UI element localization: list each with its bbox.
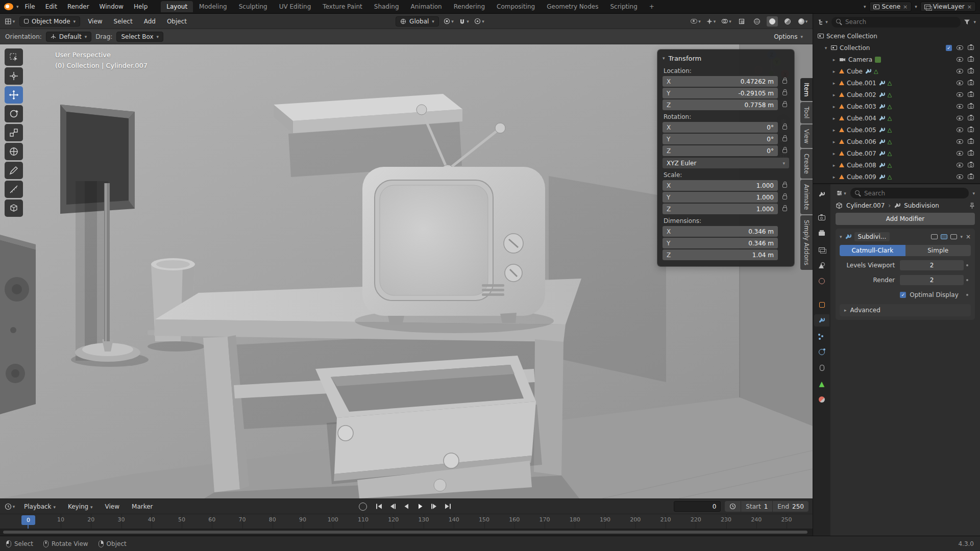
workspace-tab[interactable]: Scripting	[604, 1, 643, 12]
lock-icon[interactable]	[782, 126, 787, 130]
auto-keying-toggle[interactable]	[359, 503, 367, 511]
render-visibility-icon[interactable]	[968, 174, 974, 179]
render-visibility-icon[interactable]	[968, 151, 974, 156]
lock-icon[interactable]	[782, 207, 787, 211]
menu-object[interactable]: Object	[163, 16, 190, 27]
expand-icon[interactable]: ▸	[831, 151, 837, 156]
location-field[interactable]: Z0.7758 m	[663, 99, 778, 110]
drag-dropdown[interactable]: Select Box ▾	[116, 32, 163, 42]
render-visibility-icon[interactable]	[968, 104, 974, 109]
outliner-row-camera[interactable]: ▸ Camera	[815, 54, 978, 65]
menu-marker[interactable]: Marker	[128, 502, 156, 512]
mesh-data-icon[interactable]: △	[888, 174, 892, 180]
outliner-row-collection[interactable]: ▾ Collection	[815, 42, 978, 54]
tab-animate[interactable]: Animate	[800, 180, 813, 214]
tab-view[interactable]: View	[800, 124, 813, 148]
outliner-row-mesh[interactable]: ▸ Cube.004 △	[815, 112, 978, 124]
hide-eye-icon[interactable]	[957, 174, 963, 179]
hide-eye-icon[interactable]	[957, 69, 963, 73]
modifier-extras-icon[interactable]: ▾	[960, 234, 963, 239]
workspace-tab[interactable]: Rendering	[448, 1, 491, 12]
xray-toggle-button[interactable]	[736, 16, 747, 27]
workspace-tab[interactable]: Modeling	[193, 1, 233, 12]
mesh-data-icon[interactable]: △	[888, 104, 892, 109]
pin-icon[interactable]	[969, 203, 975, 209]
location-field[interactable]: X0.47262 m	[663, 76, 778, 87]
menu-add[interactable]: Add	[140, 16, 159, 27]
collapse-panel-icon[interactable]: ▾	[663, 56, 665, 61]
levels-viewport-field[interactable]: 2	[900, 260, 964, 270]
next-keyframe-button[interactable]	[428, 502, 440, 512]
tab-output[interactable]	[814, 228, 829, 240]
tab-create[interactable]: Create	[800, 149, 813, 179]
expand-icon[interactable]: ▸	[831, 104, 837, 109]
menu-window[interactable]: Window	[95, 2, 128, 12]
render-visibility-icon[interactable]	[968, 45, 974, 50]
realtime-toggle-icon[interactable]	[941, 234, 947, 239]
outliner-row-mesh[interactable]: ▸ Cube △	[815, 65, 978, 77]
tab-scene[interactable]	[814, 259, 829, 271]
expand-icon[interactable]: ▸	[831, 81, 837, 86]
expand-icon[interactable]: ▸	[831, 92, 837, 97]
lock-icon[interactable]	[782, 91, 787, 95]
render-visibility-icon[interactable]	[968, 81, 974, 85]
transform-orientation-dropdown[interactable]: Global ▾	[396, 16, 439, 27]
outliner-row-mesh[interactable]: ▸ Cube.007 △	[815, 147, 978, 159]
current-frame-field[interactable]: 0	[674, 501, 721, 512]
animate-dot-icon[interactable]	[964, 264, 971, 266]
outliner-row-mesh[interactable]: ▸ Cube.006 △	[815, 136, 978, 147]
show-overlays-button[interactable]: ▾	[721, 16, 732, 27]
annotate-tool[interactable]	[5, 162, 23, 179]
workspace-tab[interactable]: UV Editing	[274, 1, 317, 12]
hide-eye-icon[interactable]	[957, 128, 963, 132]
tab-physics[interactable]	[814, 346, 829, 358]
object-visibility-button[interactable]: ▾	[690, 16, 701, 27]
properties-filter-icon[interactable]: ▾	[972, 191, 975, 196]
blender-logo-icon[interactable]	[4, 3, 13, 10]
workspace-tab[interactable]: Texture Paint	[317, 1, 368, 12]
workspace-tab[interactable]: Compositing	[491, 1, 541, 12]
jump-to-start-button[interactable]	[373, 502, 385, 512]
modifier-icon[interactable]	[879, 92, 885, 98]
modifier-icon[interactable]	[879, 104, 885, 110]
catmull-clark-button[interactable]: Catmull-Clark	[840, 245, 905, 256]
tab-view-layer[interactable]	[814, 243, 829, 256]
outliner-options-icon[interactable]: ▾	[973, 19, 976, 24]
expand-icon[interactable]: ▸	[831, 174, 837, 180]
mesh-data-icon[interactable]: △	[874, 68, 878, 74]
modifier-name-field[interactable]: Subdivi...	[854, 232, 890, 241]
rotation-mode-dropdown[interactable]: XYZ Euler ▾	[663, 158, 789, 168]
play-button[interactable]	[414, 502, 426, 512]
dimension-field[interactable]: X0.346 m	[663, 226, 778, 237]
hide-eye-icon[interactable]	[957, 163, 963, 167]
add-cube-tool[interactable]	[5, 199, 23, 217]
play-reverse-button[interactable]	[400, 502, 412, 512]
shading-wireframe-button[interactable]	[751, 16, 763, 27]
jump-to-end-button[interactable]	[442, 502, 454, 512]
browse-viewlayer-icon[interactable]: ▾	[915, 4, 917, 9]
measure-tool[interactable]	[5, 181, 23, 198]
tab-tool[interactable]	[814, 188, 829, 201]
modifier-icon[interactable]	[865, 68, 871, 74]
breadcrumb-modifier[interactable]: Subdivision	[904, 202, 939, 209]
filter-icon[interactable]	[964, 19, 970, 25]
modifier-icon[interactable]	[879, 127, 885, 133]
shading-material-button[interactable]	[782, 16, 793, 27]
tab-simply-addons[interactable]: Simply Addons	[800, 215, 813, 270]
hide-eye-icon[interactable]	[957, 151, 963, 156]
camera-data-icon[interactable]	[875, 57, 881, 63]
menu-edit[interactable]: Edit	[41, 2, 61, 12]
lock-icon[interactable]	[782, 80, 787, 84]
mesh-data-icon[interactable]: △	[888, 80, 892, 86]
workspace-tab[interactable]: Shading	[369, 1, 405, 12]
outliner-row-scene-collection[interactable]: Scene Collection	[815, 30, 978, 42]
rotate-tool[interactable]	[5, 105, 23, 122]
menu-timeline-view[interactable]: View	[102, 502, 123, 512]
optimal-display-checkbox[interactable]	[900, 292, 906, 298]
tab-tool[interactable]: Tool	[800, 102, 813, 123]
lock-icon[interactable]	[782, 149, 787, 153]
scale-field[interactable]: X1.000	[663, 180, 778, 191]
outliner-row-mesh[interactable]: ▸ Cube.008 △	[815, 159, 978, 171]
tab-modifiers[interactable]	[814, 314, 829, 327]
render-visibility-icon[interactable]	[968, 57, 974, 62]
